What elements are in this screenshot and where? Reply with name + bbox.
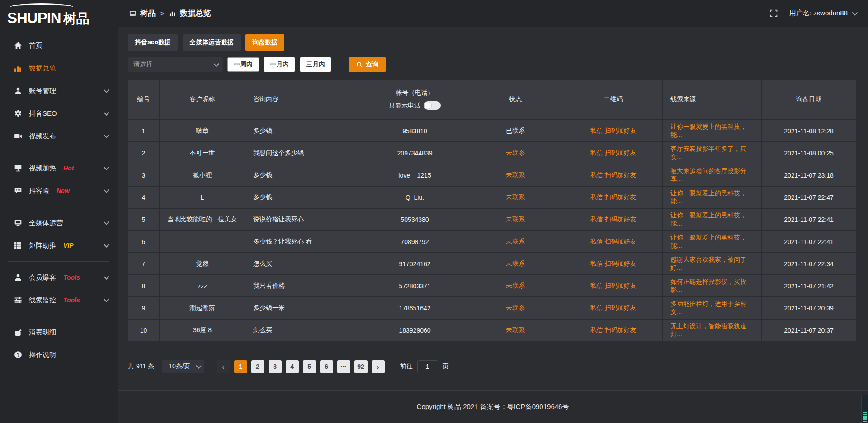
cell-id: 5: [128, 209, 160, 230]
new-badge: New: [57, 187, 70, 194]
cell-status: 未联系: [467, 231, 564, 252]
cell-qr-link[interactable]: 私信 扫码加好友: [564, 120, 663, 141]
cell-account: love__1215: [363, 164, 467, 186]
cell-status: 未联系: [467, 275, 564, 296]
logo-brand-cn: 树品: [63, 12, 90, 25]
sidebar-item-account-management[interactable]: 账号管理: [0, 80, 118, 102]
fullscreen-icon[interactable]: [770, 9, 778, 17]
period-week-button[interactable]: 一周内: [227, 57, 259, 72]
sidebar-item-data-overview[interactable]: 数据总览: [0, 57, 118, 80]
cell-source-link[interactable]: 让你一眼就爱上的黑科技，能...: [663, 231, 762, 252]
cell-source-link[interactable]: 被大家追着问的客厅投影分享...: [663, 164, 762, 186]
sidebar-item-help[interactable]: ? 操作说明: [0, 343, 118, 366]
cell-qr-link[interactable]: 私信 扫码加好友: [564, 164, 663, 186]
cell-source-link[interactable]: 让你一眼就爱上的黑科技，能...: [663, 120, 762, 141]
cell-account: 917024162: [363, 253, 467, 274]
cell-qr-link[interactable]: 私信 扫码加好友: [564, 320, 663, 341]
breadcrumb-item-root[interactable]: 树品: [140, 8, 156, 19]
total-count-label: 共 911 条: [128, 362, 154, 371]
cell-source-link[interactable]: 如何正确选择投影仪，买投影...: [663, 275, 762, 296]
cell-source-link[interactable]: 让你一眼就爱上的黑科技，能...: [663, 209, 762, 230]
cell-account: 183929060: [363, 320, 467, 341]
sidebar-item-label: 线索监控: [29, 296, 56, 305]
sidebar-item-matrix-boost[interactable]: 矩阵助推 VIP: [0, 234, 118, 257]
page-button-6[interactable]: 6: [320, 360, 333, 373]
sidebar-item-video-publish[interactable]: 视频发布: [0, 125, 118, 147]
cell-date: 2021-11-07 20:39: [762, 297, 856, 319]
table-row: 9 潮起潮落 多少钱一米 178651642 未联系 私信 扫码加好友 多功能护…: [128, 297, 856, 319]
bar-chart-icon: [14, 64, 22, 73]
filter-select[interactable]: 请选择: [128, 57, 223, 72]
cell-nickname: 当地比较能吃的一位美女: [160, 209, 245, 230]
footer: Copyright 树品 2021 备案号：粤ICP备09019646号: [118, 390, 868, 423]
cell-id: 6: [128, 231, 160, 252]
cell-date: 2021-11-08 12:28: [762, 120, 856, 141]
prev-page-button[interactable]: ‹: [217, 360, 230, 373]
wallet-icon: [14, 328, 22, 337]
period-quarter-button[interactable]: 三月内: [300, 57, 331, 72]
table-row: 1 啵章 多少钱 9583810 已联系 私信 扫码加好友 让你一眼就爱上的黑科…: [128, 120, 856, 141]
column-header-content: 咨询内容: [245, 80, 363, 119]
search-button[interactable]: 查询: [349, 57, 386, 72]
sidebar-item-omni-media[interactable]: 全媒体运营: [0, 212, 118, 234]
cell-qr-link[interactable]: 私信 扫码加好友: [564, 275, 663, 296]
logo-arc-decoration: [10, 3, 73, 11]
cell-content: 多少钱一米: [245, 297, 363, 319]
goto-page-input[interactable]: 1: [417, 360, 438, 373]
cell-nickname: 不可一世: [160, 142, 245, 164]
page-size-select[interactable]: 10条/页: [162, 360, 204, 373]
tab-douyin-seo-data[interactable]: 抖音seo数据: [128, 34, 178, 51]
cell-qr-link[interactable]: 私信 扫码加好友: [564, 187, 663, 208]
page-button-92[interactable]: 92: [354, 360, 368, 373]
logo[interactable]: SHUPIN 树品: [0, 0, 118, 29]
cell-source-link[interactable]: 客厅安装投影半年多了，真实...: [663, 142, 762, 164]
cell-qr-link[interactable]: 私信 扫码加好友: [564, 142, 663, 164]
cell-qr-link[interactable]: 私信 扫码加好友: [564, 231, 663, 252]
sidebar-item-doukotong[interactable]: 抖客通 New: [0, 179, 118, 202]
phone-only-toggle-row: 只显示电话: [389, 101, 441, 110]
page-button-2[interactable]: 2: [251, 360, 264, 373]
user-icon: [14, 87, 22, 95]
cell-source-link[interactable]: 让你一眼就爱上的黑科技，能...: [663, 187, 762, 208]
sidebar-item-expense-detail[interactable]: 消费明细: [0, 321, 118, 343]
table-row: 7 觉然 怎么买 917024162 未联系 私信 扫码加好友 感谢大家喜欢我家…: [128, 253, 856, 274]
page-button-4[interactable]: 4: [286, 360, 299, 373]
cell-date: 2021-11-08 00:25: [762, 142, 856, 164]
page-button-5[interactable]: 5: [303, 360, 316, 373]
cell-source-link[interactable]: 多功能护栏灯，适用于乡村文...: [663, 297, 762, 319]
sidebar-item-douyin-seo[interactable]: 抖音SEO: [0, 102, 118, 125]
display-icon: [14, 164, 22, 173]
page-button-3[interactable]: 3: [269, 360, 282, 373]
search-button-label: 查询: [366, 61, 378, 69]
breadcrumb-item-current[interactable]: 数据总览: [180, 8, 211, 19]
tab-inquiry-data[interactable]: 询盘数据: [245, 34, 284, 51]
cell-id: 7: [128, 253, 160, 274]
user-menu[interactable]: 用户名: zswodun88: [789, 9, 856, 18]
cell-nickname: zzz: [160, 275, 245, 296]
tab-omni-media-data[interactable]: 全媒体运营数据: [183, 34, 241, 51]
goto-label: 前往: [400, 362, 413, 371]
cell-content: 我只看价格: [245, 275, 363, 296]
sidebar-item-lead-monitor[interactable]: 线索监控 Tools: [0, 289, 118, 311]
phone-only-toggle[interactable]: [424, 101, 441, 110]
more-pages-button[interactable]: •••: [337, 360, 350, 373]
sidebar-item-video-heating[interactable]: 视频加热 Hot: [0, 157, 118, 179]
table-row: 10 36度 8 怎么买 183929060 未联系 私信 扫码加好友 无主灯设…: [128, 320, 856, 341]
cell-qr-link[interactable]: 私信 扫码加好友: [564, 297, 663, 319]
period-month-button[interactable]: 一月内: [264, 57, 295, 72]
hot-badge: Hot: [63, 164, 74, 172]
sidebar-item-member-burst[interactable]: 会员爆客 Tools: [0, 266, 118, 289]
cell-source-link[interactable]: 无主灯设计，智能磁吸轨道灯...: [663, 320, 762, 341]
sidebar-item-label: 会员爆客: [29, 273, 56, 282]
cell-content: 说说价格让我死心: [245, 209, 363, 230]
column-header-date: 询盘日期: [762, 80, 856, 119]
page-button-1[interactable]: 1: [234, 360, 247, 373]
cell-qr-link[interactable]: 私信 扫码加好友: [564, 253, 663, 274]
cell-qr-link[interactable]: 私信 扫码加好友: [564, 209, 663, 230]
topbar-right: 用户名: zswodun88: [770, 9, 856, 18]
sidebar-menu: 首页 数据总览 账号管理 抖音SEO: [0, 29, 118, 366]
cell-source-link[interactable]: 感谢大家喜欢我家，被问了好...: [663, 253, 762, 274]
sidebar-item-home[interactable]: 首页: [0, 34, 118, 57]
cell-status: 未联系: [467, 164, 564, 186]
next-page-button[interactable]: ›: [372, 360, 385, 373]
